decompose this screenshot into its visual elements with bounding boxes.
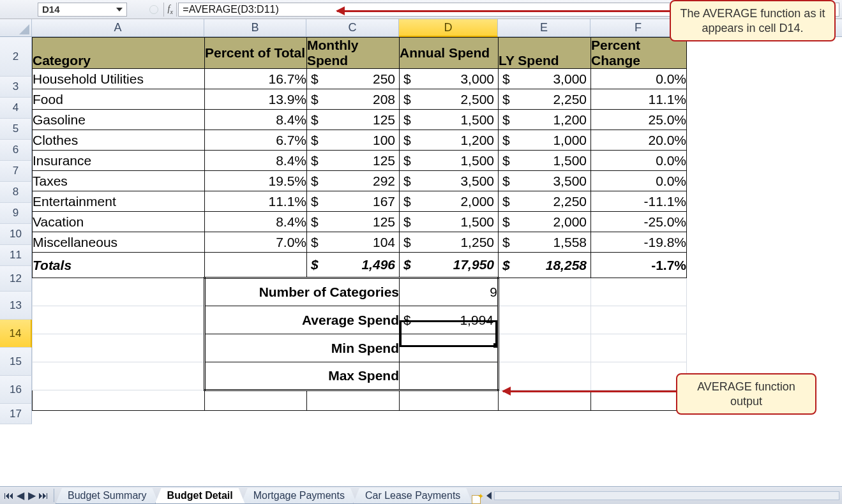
column-header-a[interactable]: A: [32, 19, 204, 36]
cell[interactable]: $104: [307, 232, 400, 253]
cell[interactable]: $250: [307, 69, 400, 89]
tab-budget-summary[interactable]: Budget Summary: [56, 488, 159, 504]
cell[interactable]: $1,500: [400, 110, 499, 130]
max-spend-value[interactable]: [400, 362, 499, 390]
cell[interactable]: 20.0%: [591, 130, 687, 151]
cell[interactable]: 16.7%: [205, 69, 307, 89]
row-header-8[interactable]: 8: [0, 182, 32, 203]
header-percent-change[interactable]: Percent Change: [591, 38, 687, 69]
scroll-left-icon[interactable]: [486, 492, 492, 500]
header-ly-spend[interactable]: LY Spend: [499, 38, 591, 69]
row-header-2[interactable]: 2: [0, 37, 32, 77]
cell[interactable]: Entertainment: [33, 191, 205, 212]
column-header-d[interactable]: D: [399, 19, 498, 37]
scroll-track[interactable]: [494, 491, 839, 500]
cell[interactable]: $2,000: [400, 191, 499, 212]
column-header-b[interactable]: B: [204, 19, 306, 36]
row-header-5[interactable]: 5: [0, 119, 32, 140]
cell[interactable]: $3,000: [499, 69, 591, 89]
cell[interactable]: [33, 362, 205, 390]
cell[interactable]: $167: [307, 191, 400, 212]
column-header-e[interactable]: E: [498, 19, 590, 36]
tab-nav-last-icon[interactable]: ⏭: [38, 490, 49, 501]
cell[interactable]: $3,000: [400, 69, 499, 89]
tab-nav-first-icon[interactable]: ⏮: [4, 490, 14, 501]
tab-nav-prev-icon[interactable]: ◀: [15, 490, 26, 501]
cell[interactable]: 11.1%: [591, 89, 687, 110]
cell[interactable]: Household Utilities: [33, 69, 205, 89]
row-header-12[interactable]: 12: [0, 266, 32, 292]
cell[interactable]: $125: [307, 151, 400, 171]
insert-function-button[interactable]: fx: [165, 4, 175, 15]
cell[interactable]: [591, 390, 687, 411]
cell[interactable]: Insurance: [33, 151, 205, 171]
cell[interactable]: [499, 390, 591, 411]
row-header-10[interactable]: 10: [0, 224, 32, 245]
cell[interactable]: $2,000: [499, 212, 591, 232]
cell[interactable]: [499, 362, 591, 390]
cell[interactable]: [307, 390, 400, 411]
cell[interactable]: [33, 390, 205, 411]
cell[interactable]: [591, 278, 687, 306]
cell[interactable]: [499, 278, 591, 306]
totals-change[interactable]: -1.7%: [591, 253, 687, 278]
totals-ly[interactable]: $18,258: [499, 253, 591, 278]
cell[interactable]: 8.4%: [205, 110, 307, 130]
row-header-7[interactable]: 7: [0, 161, 32, 182]
cell[interactable]: $2,250: [499, 89, 591, 110]
min-spend-label[interactable]: Min Spend: [205, 334, 400, 362]
cell[interactable]: $1,250: [400, 232, 499, 253]
cell[interactable]: [591, 362, 687, 390]
cell[interactable]: $100: [307, 130, 400, 151]
cell[interactable]: 0.0%: [591, 151, 687, 171]
cell[interactable]: $1,000: [499, 130, 591, 151]
cell[interactable]: 13.9%: [205, 89, 307, 110]
cell[interactable]: 8.4%: [205, 151, 307, 171]
cell[interactable]: 0.0%: [591, 69, 687, 89]
cancel-icon[interactable]: [149, 5, 158, 14]
average-spend-label[interactable]: Average Spend: [205, 306, 400, 334]
cell[interactable]: 11.1%: [205, 191, 307, 212]
row-header-3[interactable]: 3: [0, 77, 32, 98]
cell[interactable]: 19.5%: [205, 171, 307, 191]
row-header-13[interactable]: 13: [0, 292, 32, 320]
cell[interactable]: [591, 334, 687, 362]
header-monthly-spend[interactable]: Monthly Spend: [307, 38, 400, 69]
cell[interactable]: [33, 278, 205, 306]
cell[interactable]: $1,500: [400, 151, 499, 171]
totals-label[interactable]: Totals: [33, 253, 205, 278]
cell[interactable]: 25.0%: [591, 110, 687, 130]
header-annual-spend[interactable]: Annual Spend: [400, 38, 499, 69]
cell[interactable]: [205, 390, 307, 411]
totals-monthly[interactable]: $1,496: [307, 253, 400, 278]
cell[interactable]: 7.0%: [205, 232, 307, 253]
cell[interactable]: Miscellaneous: [33, 232, 205, 253]
cell[interactable]: $1,558: [499, 232, 591, 253]
row-header-17[interactable]: 17: [0, 404, 32, 424]
cell[interactable]: Vacation: [33, 212, 205, 232]
column-header-c[interactable]: C: [306, 19, 399, 36]
cell[interactable]: $1,500: [499, 151, 591, 171]
cell[interactable]: $3,500: [499, 171, 591, 191]
cell[interactable]: $3,500: [400, 171, 499, 191]
cell[interactable]: [400, 390, 499, 411]
tab-budget-detail[interactable]: Budget Detail: [155, 488, 245, 504]
cell[interactable]: 8.4%: [205, 212, 307, 232]
cell[interactable]: $2,250: [499, 191, 591, 212]
cell[interactable]: $2,500: [400, 89, 499, 110]
average-spend-value[interactable]: $1,994: [400, 306, 499, 334]
cell[interactable]: 0.0%: [591, 171, 687, 191]
cell[interactable]: [499, 306, 591, 334]
cell[interactable]: $125: [307, 212, 400, 232]
cell[interactable]: $125: [307, 110, 400, 130]
cell[interactable]: $208: [307, 89, 400, 110]
chevron-down-icon[interactable]: [116, 8, 123, 11]
min-spend-value[interactable]: [400, 334, 499, 362]
row-header-15[interactable]: 15: [0, 348, 32, 376]
tab-nav-next-icon[interactable]: ▶: [27, 490, 37, 501]
cell[interactable]: [591, 306, 687, 334]
row-header-9[interactable]: 9: [0, 203, 32, 224]
cell[interactable]: $1,500: [400, 212, 499, 232]
cell[interactable]: -11.1%: [591, 191, 687, 212]
cell[interactable]: [499, 334, 591, 362]
